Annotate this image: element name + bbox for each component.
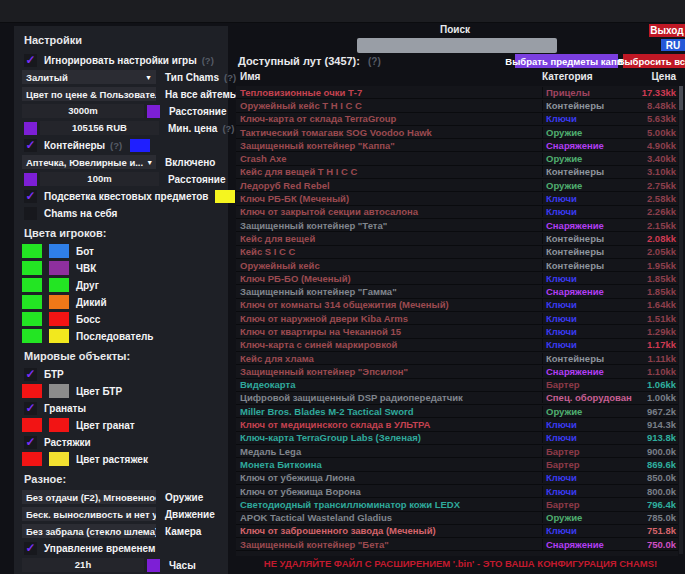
color-swatch-secondary[interactable] bbox=[49, 295, 69, 309]
table-row[interactable]: Монета Биткоина Бартер 869.6k bbox=[236, 458, 678, 471]
color-swatch-secondary[interactable] bbox=[49, 418, 69, 432]
table-row[interactable]: Ключ от убежища Ворона Ключи 800.0k bbox=[236, 485, 678, 498]
camera-dropdown[interactable]: Без забрала (стекло шлема)▼ bbox=[22, 524, 156, 538]
distance-input[interactable]: 3000m bbox=[22, 104, 144, 118]
scrollbar-track[interactable] bbox=[679, 86, 683, 554]
checkbox[interactable]: ✓ bbox=[24, 436, 37, 449]
color-swatch-secondary[interactable] bbox=[49, 452, 69, 466]
checkbox-label: Растяжки bbox=[44, 437, 91, 448]
color-swatch-primary[interactable] bbox=[22, 312, 42, 326]
select-kappa-items-button[interactable]: Выбрать предметы каппа bbox=[515, 54, 618, 68]
color-swatch-secondary[interactable] bbox=[49, 278, 69, 292]
table-row[interactable]: Оружейный кейс Контейнеры 1.95kk bbox=[236, 259, 678, 272]
all-items-dropdown[interactable]: Цвет по цене & Пользователь▼ bbox=[22, 87, 156, 101]
chams-self-checkbox[interactable] bbox=[24, 207, 37, 220]
color-swatch-secondary[interactable] bbox=[49, 312, 69, 326]
item-price: 5.00kk bbox=[632, 127, 678, 138]
scrollbar-thumb[interactable] bbox=[679, 86, 683, 110]
min-price-input[interactable]: 105156 RUB bbox=[40, 121, 159, 135]
color-swatch-primary[interactable] bbox=[22, 278, 42, 292]
ignore-game-settings-checkbox[interactable]: ✓ bbox=[24, 54, 37, 67]
color-swatch-secondary[interactable] bbox=[49, 384, 69, 398]
table-row[interactable]: Защищенный контейнер "Гамма" Снаряжение … bbox=[236, 285, 678, 298]
hours-color-swatch[interactable] bbox=[147, 559, 160, 572]
item-category: Оружие bbox=[542, 406, 632, 417]
color-swatch-primary[interactable] bbox=[22, 244, 42, 258]
item-price: 1.51kk bbox=[632, 313, 678, 324]
language-button[interactable]: RU bbox=[661, 39, 685, 51]
color-swatch-secondary[interactable] bbox=[49, 261, 69, 275]
table-row[interactable]: Светодиодный трансиллюминатор кожи LEDX … bbox=[236, 498, 678, 511]
containers-distance-input[interactable]: 100m bbox=[40, 172, 159, 186]
table-row[interactable]: Ключ от заброшенного завода (Меченый) Кл… bbox=[236, 525, 678, 538]
help-icon[interactable]: (?) bbox=[224, 72, 236, 83]
exit-button[interactable]: Выход bbox=[649, 24, 685, 37]
table-row[interactable]: Защищенный контейнер "Тета" Снаряжение 2… bbox=[236, 219, 678, 232]
color-swatch-secondary[interactable] bbox=[49, 244, 69, 258]
table-row[interactable]: Тактический томагавк SOG Voodoo Hawk Ору… bbox=[236, 126, 678, 139]
table-row[interactable]: Ключ от медицинского склада в УЛЬТРА Клю… bbox=[236, 418, 678, 431]
table-row[interactable]: Ледоруб Red Rebel Оружие 2.75kk bbox=[236, 179, 678, 192]
color-swatch-secondary[interactable] bbox=[49, 329, 69, 343]
containers-checkbox[interactable]: ✓ bbox=[24, 139, 37, 152]
help-icon[interactable]: (?) bbox=[222, 123, 234, 134]
table-row[interactable]: Miller Bros. Blades M-2 Tactical Sword О… bbox=[236, 405, 678, 418]
quest-items-color-swatch[interactable] bbox=[215, 190, 235, 203]
help-icon[interactable]: (?) bbox=[110, 140, 122, 151]
color-swatch-primary[interactable] bbox=[22, 418, 42, 432]
table-row[interactable]: Кейс для вещей Контейнеры 2.08kk bbox=[236, 232, 678, 245]
table-row[interactable]: Кейс для вещей T H I C C Контейнеры 3.10… bbox=[236, 166, 678, 179]
table-row[interactable]: Ключ РБ-БК (Меченый) Ключи 2.58kk bbox=[236, 192, 678, 205]
table-row[interactable]: Медаль Lega Бартер 900.0k bbox=[236, 445, 678, 458]
containers-distance-color-swatch[interactable] bbox=[24, 173, 37, 186]
help-icon[interactable]: (?) bbox=[202, 55, 214, 66]
chams-type-dropdown[interactable]: Залитый▼ bbox=[22, 70, 156, 84]
table-row[interactable]: Ключ от квартиры на Чеканной 15 Ключи 1.… bbox=[236, 325, 678, 338]
min-price-color-swatch[interactable] bbox=[24, 122, 37, 135]
table-row[interactable]: Ключ-карта с синей маркировкой Ключи 1.1… bbox=[236, 339, 678, 352]
table-row[interactable]: Ключ РБ-БО (Меченый) Ключи 1.85kk bbox=[236, 272, 678, 285]
table-row[interactable]: Кейс для хлама Контейнеры 1.11kk bbox=[236, 352, 678, 365]
weapon-dropdown[interactable]: Без отдачи (F2), Мгновенное п▼ bbox=[22, 490, 156, 504]
table-row[interactable]: APOK Tactical Wasteland Gladius Оружие 7… bbox=[236, 512, 678, 525]
table-row[interactable]: Ключ от убежища Лиона Ключи 850.0k bbox=[236, 472, 678, 485]
checkbox[interactable]: ✓ bbox=[24, 368, 37, 381]
table-row[interactable]: Ключ от комнаты 314 общежития (Меченый) … bbox=[236, 299, 678, 312]
item-price: 1.17kk bbox=[632, 339, 678, 350]
quest-items-checkbox[interactable]: ✓ bbox=[24, 190, 37, 203]
table-row[interactable]: Кейс S I C C Контейнеры 2.05kk bbox=[236, 246, 678, 259]
table-row[interactable]: Ключ-карта TerraGroup Labs (Зеленая) Клю… bbox=[236, 432, 678, 445]
containers-color-swatch[interactable] bbox=[130, 139, 150, 152]
discard-all-button[interactable]: Выбросить все bbox=[623, 54, 685, 68]
color-swatch-primary[interactable] bbox=[22, 261, 42, 275]
distance-color-swatch[interactable] bbox=[147, 105, 160, 118]
table-row[interactable]: Защищенный контейнер "Бета" Снаряжение 7… bbox=[236, 538, 678, 551]
checkbox[interactable]: ✓ bbox=[24, 402, 37, 415]
time-control-checkbox[interactable]: ✓ bbox=[24, 542, 37, 555]
item-price: 2.58kk bbox=[632, 193, 678, 204]
hours-input[interactable]: 21h bbox=[22, 558, 144, 572]
color-swatch-primary[interactable] bbox=[22, 384, 42, 398]
table-row[interactable]: Защищенный контейнер "Эпсилон" Снаряжени… bbox=[236, 365, 678, 378]
table-row[interactable] bbox=[236, 551, 678, 556]
table-row[interactable]: Ключ от закрытой секции автосалона Ключи… bbox=[236, 206, 678, 219]
color-swatch-primary[interactable] bbox=[22, 329, 42, 343]
column-header-name[interactable]: Имя bbox=[236, 71, 542, 86]
table-header: Имя Категория Цена bbox=[236, 71, 678, 86]
color-swatch-primary[interactable] bbox=[22, 452, 42, 466]
column-header-category[interactable]: Категория bbox=[542, 71, 632, 86]
table-row[interactable]: Цифровой защищенный DSP радиопередатчик … bbox=[236, 392, 678, 405]
column-header-price[interactable]: Цена bbox=[632, 71, 678, 86]
movement-dropdown[interactable]: Беск. выносливость и нет уста▼ bbox=[22, 507, 156, 521]
table-row[interactable]: Ключ-карта от склада TerraGroup Ключи 5.… bbox=[236, 113, 678, 126]
table-row[interactable]: Тепловизионные очки Т-7 Прицелы 17.33kk bbox=[236, 86, 678, 99]
table-row[interactable]: Ключ от наружной двери Kiba Arms Ключи 1… bbox=[236, 312, 678, 325]
color-swatch-primary[interactable] bbox=[22, 295, 42, 309]
table-row[interactable]: Защищенный контейнер "Каппа" Снаряжение … bbox=[236, 139, 678, 152]
containers-filter-dropdown[interactable]: Аптечка, Ювелирные и...▼ bbox=[22, 155, 156, 169]
table-row[interactable]: Crash Axe Оружие 3.40kk bbox=[236, 152, 678, 165]
search-input[interactable] bbox=[357, 38, 557, 53]
table-row[interactable]: Видеокарта Бартер 1.06kk bbox=[236, 379, 678, 392]
table-row[interactable]: Оружейный кейс T H I C C Контейнеры 8.48… bbox=[236, 99, 678, 112]
help-icon[interactable]: (?) bbox=[368, 56, 381, 67]
